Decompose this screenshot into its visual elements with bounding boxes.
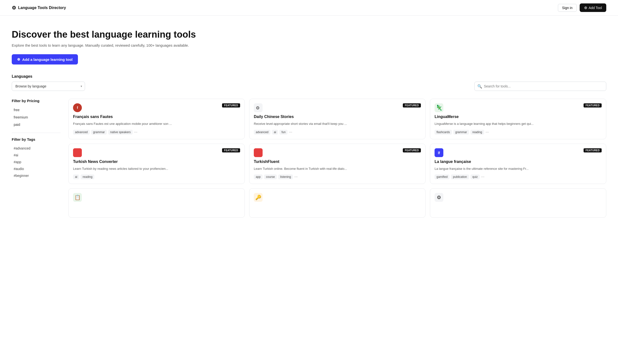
tag-item[interactable]: publication (451, 174, 469, 179)
card-logo: f (73, 103, 82, 112)
tag-item[interactable]: app (254, 174, 263, 179)
tag-item[interactable]: reading (81, 174, 94, 179)
hero-cta-icon: ⊕ (17, 57, 20, 62)
featured-badge: FEATURED (222, 103, 240, 107)
tag-item[interactable]: advanced (73, 130, 90, 135)
svg-text:f: f (77, 106, 78, 110)
language-select[interactable]: Browse by language Spanish French German… (12, 82, 85, 91)
card-title: TurkishFluent (254, 159, 421, 164)
hero-title: Discover the best language learning tool… (12, 29, 208, 40)
plus-circle-icon: ⊕ (584, 5, 587, 10)
card-header: ⚙ (435, 193, 602, 202)
more-tags-button[interactable]: ··· (486, 130, 489, 134)
sidebar-divider (12, 133, 61, 133)
tag-item[interactable]: course (264, 174, 277, 179)
card-header: lf FEATURED (435, 148, 602, 157)
tag-beginner[interactable]: #beginner (12, 172, 61, 179)
more-tags-button[interactable]: ··· (294, 175, 297, 179)
tag-item[interactable]: gamified (435, 174, 450, 179)
featured-badge: FEATURED (222, 148, 240, 152)
card-turkishfluent: FEATURED TurkishFluent Learn Turkish onl… (249, 144, 425, 184)
signin-button[interactable]: Sign in (558, 4, 577, 12)
card-turkish-news: FEATURED Turkish News Converter Learn Tu… (68, 144, 245, 184)
translate-icon: ⚙ (255, 105, 261, 111)
filter-paid[interactable]: paid (12, 121, 61, 128)
hero-cta-label: Add a language learning tool (22, 57, 73, 62)
card-header: f FEATURED (73, 103, 240, 112)
logo-icon: ⚙ (12, 5, 16, 11)
card-la-langue: lf FEATURED La langue française La langu… (430, 144, 606, 184)
navbar: ⚙ Language Tools Directory Sign in ⊕ Add… (0, 0, 618, 16)
tag-audio[interactable]: #audio (12, 165, 61, 172)
key-icon: 🔑 (255, 195, 261, 200)
list-icon: 📋 (75, 195, 81, 200)
tag-item[interactable]: fun (279, 130, 287, 135)
card-desc: Français sans Fautes est une application… (73, 121, 240, 126)
languages-label: Languages (12, 74, 606, 79)
more-tags-button[interactable]: ··· (481, 175, 484, 179)
search-input[interactable] (474, 82, 606, 91)
languages-section: Languages Browse by language Spanish Fre… (0, 74, 618, 99)
more-tags-button[interactable]: ··· (134, 130, 137, 134)
card-title: Daily Chinese Stories (254, 115, 421, 119)
card-tags: advanced ai fun ··· (254, 130, 421, 135)
svg-rect-3 (73, 148, 82, 157)
hero-subtitle: Explore the best tools to learn any lang… (12, 43, 208, 47)
francais-logo-icon: f (73, 103, 82, 112)
logo-text: Language Tools Directory (18, 6, 66, 10)
card-tags: gamified publication quiz ··· (435, 174, 602, 179)
svg-rect-4 (254, 148, 263, 157)
tag-item[interactable]: grammar (453, 130, 469, 135)
card-desc: La langue française is the ultimate refe… (435, 166, 602, 171)
languages-row: Browse by language Spanish French German… (12, 82, 606, 91)
tag-item[interactable]: quiz (470, 174, 480, 179)
hero-cta-button[interactable]: ⊕ Add a language learning tool (12, 54, 78, 65)
card-desc: Receive level-appropriate short stories … (254, 121, 421, 126)
tag-advanced[interactable]: #advanced (12, 145, 61, 152)
card-tags: advanced grammar native speakers ··· (73, 130, 240, 135)
card-logo: 📋 (73, 193, 82, 202)
featured-badge: FEATURED (403, 148, 421, 152)
tag-item[interactable]: grammar (91, 130, 107, 135)
card-logo (73, 148, 82, 157)
tag-item[interactable]: reading (470, 130, 484, 135)
tag-item[interactable]: native speakers (108, 130, 133, 135)
more-tags-button[interactable]: ··· (289, 130, 292, 134)
tag-item[interactable]: ai (73, 174, 79, 179)
tag-item[interactable]: flashcards (435, 130, 452, 135)
tag-item[interactable]: listening (278, 174, 293, 179)
card-header: ⚙ FEATURED (254, 103, 421, 112)
card-logo: ⚙ (435, 193, 443, 202)
red-square-icon (254, 148, 263, 157)
tag-app[interactable]: #app (12, 158, 61, 165)
main-content: Filter by Pricing free freemium paid Fil… (0, 99, 618, 227)
card-header: 📋 (73, 193, 240, 202)
card-logo (254, 148, 263, 157)
filter-freemium[interactable]: freemium (12, 114, 61, 121)
hero-section: Discover the best language learning tool… (0, 16, 220, 74)
card-header: 🦎 FEATURED (435, 103, 602, 112)
logo: ⚙ Language Tools Directory (12, 5, 66, 11)
cards-grid: f FEATURED Français sans Fautes Français… (68, 99, 606, 218)
card-linguamerse: 🦎 FEATURED LinguaMerse LinguaMerse is a … (430, 99, 606, 139)
featured-badge: FEATURED (584, 103, 602, 107)
card-tags: ai reading (73, 174, 240, 179)
card-bottom-2: 🔑 (249, 188, 425, 218)
card-title: Turkish News Converter (73, 159, 240, 164)
tag-item[interactable]: ai (272, 130, 278, 135)
card-bottom-3: ⚙ (430, 188, 606, 218)
addtool-button[interactable]: ⊕ Add Tool (580, 3, 606, 12)
card-header: FEATURED (254, 148, 421, 157)
card-title: Français sans Fautes (73, 115, 240, 119)
filter-free[interactable]: free (12, 106, 61, 114)
red-square-icon (73, 148, 82, 157)
tag-item[interactable]: advanced (254, 130, 270, 135)
card-francais: f FEATURED Français sans Fautes Français… (68, 99, 245, 139)
card-daily-chinese: ⚙ FEATURED Daily Chinese Stories Receive… (249, 99, 425, 139)
tag-ai[interactable]: #ai (12, 152, 61, 158)
featured-badge: FEATURED (403, 103, 421, 107)
svg-text:⚙: ⚙ (256, 105, 260, 110)
card-desc: Learn Turkish online. Become fluent in T… (254, 166, 421, 171)
card-logo: 🦎 (435, 103, 443, 112)
gecko-icon: 🦎 (436, 104, 442, 111)
